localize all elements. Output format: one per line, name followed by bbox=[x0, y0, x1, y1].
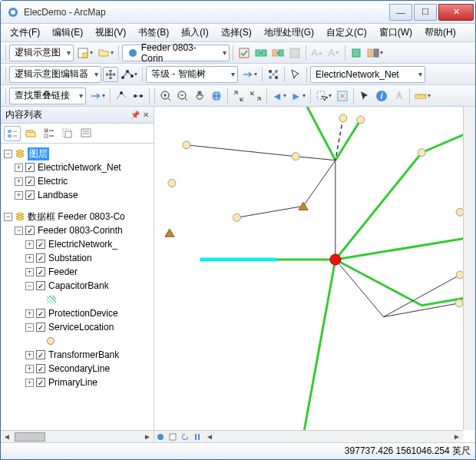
toc-tab-drawing[interactable] bbox=[4, 126, 21, 141]
tree-checkbox[interactable]: ✓ bbox=[25, 190, 35, 200]
pause-icon[interactable] bbox=[191, 431, 203, 443]
tree-checkbox[interactable]: ✓ bbox=[36, 364, 45, 373]
menu-select[interactable]: 选择(S) bbox=[215, 25, 258, 41]
find-links-run-button[interactable]: ▾ bbox=[88, 88, 107, 104]
tree-expand-icon[interactable]: + bbox=[25, 351, 34, 359]
tree-checkbox[interactable]: ✓ bbox=[36, 323, 45, 332]
full-extent-icon[interactable] bbox=[209, 88, 224, 104]
tree-expand-icon[interactable]: + bbox=[15, 177, 23, 186]
menu-view[interactable]: 视图(V) bbox=[89, 25, 132, 41]
find-links-select[interactable]: 查找重叠链接 bbox=[9, 88, 86, 104]
tree-expand-icon[interactable]: + bbox=[25, 254, 34, 263]
select-pointer-icon[interactable] bbox=[357, 88, 372, 104]
tree-checkbox[interactable]: ✓ bbox=[25, 177, 35, 186]
tree-item[interactable]: Electric bbox=[38, 176, 68, 187]
schematic-prop2-icon[interactable] bbox=[270, 45, 286, 61]
tree-item[interactable]: TransformerBank bbox=[48, 349, 119, 360]
menu-file[interactable]: 文件(F) bbox=[4, 25, 46, 41]
measure-button[interactable]: ▾ bbox=[413, 88, 432, 104]
tree-collapse-icon[interactable]: − bbox=[4, 150, 12, 158]
tree-checkbox[interactable]: ✓ bbox=[36, 281, 45, 290]
select-features-button[interactable]: ▾ bbox=[314, 88, 333, 104]
schematic-propagate-icon[interactable] bbox=[253, 45, 269, 61]
tree-dataframe[interactable]: 数据框 Feeder 0803-Co bbox=[28, 210, 125, 223]
tree-item[interactable]: ProtectionDevice bbox=[48, 308, 118, 319]
layout-view-icon[interactable] bbox=[167, 431, 179, 443]
tree-expand-icon[interactable]: + bbox=[15, 191, 23, 200]
tree-checkbox[interactable]: ✓ bbox=[36, 240, 45, 249]
collapse-all-icon[interactable] bbox=[248, 88, 263, 104]
tree-checkbox[interactable]: ✓ bbox=[36, 350, 45, 359]
menu-window[interactable]: 窗口(W) bbox=[373, 25, 418, 41]
schematic-selection-button[interactable]: ▾ bbox=[365, 45, 385, 61]
tree-collapse-icon[interactable]: − bbox=[25, 323, 34, 332]
tree-expand-icon[interactable]: + bbox=[15, 164, 23, 172]
tree-checkbox[interactable]: ✓ bbox=[36, 309, 45, 318]
move-node-icon[interactable] bbox=[103, 67, 118, 82]
tree-checkbox[interactable]: ✓ bbox=[36, 267, 45, 276]
open-schematic-button[interactable]: ▾ bbox=[96, 45, 115, 61]
toc-scroll-right-icon[interactable]: ► bbox=[141, 431, 154, 443]
tree-feeder-root[interactable]: Feeder 0803-Corinth bbox=[38, 225, 123, 236]
menu-custom[interactable]: 自定义(C) bbox=[320, 25, 373, 41]
tree-root-layers[interactable]: 图层 bbox=[28, 147, 49, 161]
tree-checkbox[interactable]: ✓ bbox=[36, 378, 45, 387]
clear-selection-icon[interactable] bbox=[335, 88, 350, 104]
edit-vertices-button[interactable]: ▾ bbox=[120, 66, 139, 83]
network-select[interactable]: ElectricNetwork_Net bbox=[310, 66, 425, 83]
editor-dropdown[interactable]: 逻辑示意图编辑器 bbox=[9, 66, 101, 83]
tree-expand-icon[interactable]: + bbox=[25, 240, 34, 249]
schematic-update-icon[interactable] bbox=[236, 45, 252, 61]
scroll-right-icon[interactable]: ► bbox=[451, 431, 463, 443]
tree-item[interactable]: Feeder bbox=[48, 266, 78, 277]
refresh-icon[interactable] bbox=[179, 431, 191, 443]
tree-collapse-icon[interactable]: − bbox=[25, 282, 34, 290]
data-view-icon[interactable] bbox=[154, 431, 167, 443]
tree-collapse-icon[interactable]: − bbox=[4, 213, 12, 221]
tool-x1-icon[interactable] bbox=[114, 88, 129, 104]
schematic-dropdown[interactable]: 逻辑示意图 bbox=[9, 45, 74, 61]
tree-checkbox[interactable]: ✓ bbox=[25, 226, 35, 235]
menu-help[interactable]: 帮助(H) bbox=[418, 25, 462, 41]
toc-tab-options[interactable] bbox=[78, 126, 94, 141]
max-button[interactable]: ☐ bbox=[414, 4, 437, 21]
scroll-left-icon[interactable]: ◄ bbox=[203, 431, 216, 443]
map-scrollbar-v[interactable] bbox=[463, 107, 475, 430]
toc-tab-visibility[interactable] bbox=[41, 126, 58, 141]
tree-item[interactable]: ElectricNetwork_Net bbox=[38, 162, 121, 173]
map-canvas[interactable] bbox=[154, 107, 475, 435]
menu-insert[interactable]: 插入(I) bbox=[175, 25, 214, 41]
expand-all-icon[interactable] bbox=[231, 88, 246, 104]
tool-x2-icon[interactable] bbox=[131, 88, 146, 104]
identify-icon[interactable]: i bbox=[374, 88, 389, 104]
menu-edit[interactable]: 编辑(E) bbox=[46, 25, 89, 41]
toc-tab-selection[interactable] bbox=[59, 126, 76, 141]
prev-extent-button[interactable]: ◄▾ bbox=[270, 88, 288, 104]
tree-expand-icon[interactable]: + bbox=[25, 365, 34, 373]
menu-geoproc[interactable]: 地理处理(G) bbox=[258, 25, 320, 41]
close-button[interactable]: ✕ bbox=[438, 4, 474, 21]
tree-collapse-icon[interactable]: − bbox=[15, 227, 23, 235]
toc-pin-icon[interactable]: 📌 bbox=[131, 111, 140, 119]
tree-item[interactable]: CapacitorBank bbox=[48, 280, 109, 291]
tree-item[interactable]: PrimaryLine bbox=[48, 377, 98, 388]
zoom-out-icon[interactable] bbox=[175, 88, 190, 104]
schematic-tool-a-icon[interactable] bbox=[349, 45, 364, 61]
map-panel[interactable]: ◄ ► bbox=[154, 107, 475, 442]
feeder-select[interactable]: Feeder 0803-Corin bbox=[122, 45, 230, 61]
tree-checkbox[interactable]: ✓ bbox=[36, 253, 45, 263]
menu-bookmark[interactable]: 书签(B) bbox=[132, 25, 175, 41]
apply-layout-button[interactable]: ▾ bbox=[240, 66, 259, 83]
pan-icon[interactable] bbox=[192, 88, 207, 104]
tree-checkbox[interactable]: ✓ bbox=[25, 163, 35, 172]
toc-tree[interactable]: − 图层 + ✓ ElectricNetwork_Net + ✓ Electri… bbox=[1, 144, 154, 430]
tree-item[interactable]: ServiceLocation bbox=[48, 322, 114, 333]
layout-props-icon[interactable] bbox=[266, 67, 281, 82]
tree-item[interactable]: ElectricNetwork_ bbox=[48, 239, 117, 250]
tree-item[interactable]: Substation bbox=[48, 253, 92, 263]
zoom-in-icon[interactable] bbox=[158, 88, 174, 104]
new-schematic-button[interactable]: ▾ bbox=[75, 45, 94, 61]
toc-scroll-thumb[interactable] bbox=[15, 432, 45, 442]
toc-scroll-left-icon[interactable]: ◄ bbox=[1, 431, 13, 443]
min-button[interactable]: — bbox=[389, 4, 412, 21]
